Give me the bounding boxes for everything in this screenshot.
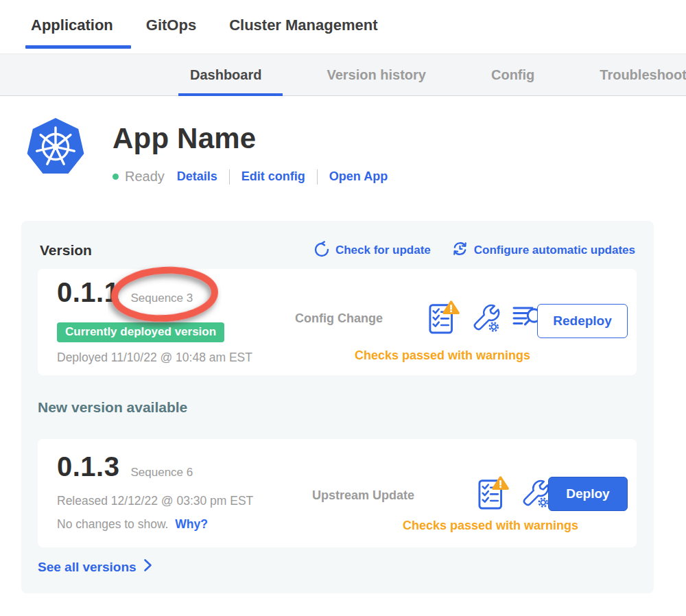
available-version-card: 0.1.3 Sequence 6 Released 12/12/22 @ 03:… bbox=[38, 439, 637, 547]
see-all-versions-label: See all versions bbox=[38, 560, 137, 575]
tab-config[interactable]: Config bbox=[480, 67, 546, 83]
released-timestamp: Released 12/12/22 @ 03:30 pm EST bbox=[57, 494, 253, 508]
preflight-checklist-warning-icon[interactable] bbox=[429, 299, 460, 337]
tab-dashboard[interactable]: Dashboard bbox=[178, 67, 273, 83]
divider bbox=[229, 169, 230, 185]
configure-automatic-updates-link[interactable]: Configure automatic updates bbox=[451, 240, 635, 261]
config-wrench-icon[interactable] bbox=[520, 476, 551, 512]
details-link[interactable]: Details bbox=[177, 169, 217, 184]
divider bbox=[317, 169, 318, 185]
why-link[interactable]: Why? bbox=[175, 517, 208, 531]
active-nav-underline bbox=[25, 45, 131, 49]
app-header: App Name Ready Details Edit config Open … bbox=[26, 117, 388, 185]
active-tab-underline bbox=[178, 93, 283, 96]
app-tab-bar: Dashboard Version history Config Trouble… bbox=[0, 54, 686, 96]
configure-automatic-updates-label: Configure automatic updates bbox=[474, 244, 635, 257]
no-changes-text: No changes to show. bbox=[57, 517, 168, 531]
edit-config-link[interactable]: Edit config bbox=[241, 169, 305, 184]
scheduled-update-icon bbox=[451, 240, 469, 261]
version-panel-title: Version bbox=[40, 242, 92, 259]
nav-item-application[interactable]: Application bbox=[31, 16, 113, 34]
check-for-update-label: Check for update bbox=[335, 244, 431, 257]
nav-item-gitops[interactable]: GitOps bbox=[146, 16, 196, 34]
open-app-link[interactable]: Open App bbox=[329, 169, 388, 184]
current-version-number: 0.1.1 bbox=[57, 277, 119, 308]
kubernetes-logo-icon bbox=[26, 117, 85, 185]
current-version-sequence: Sequence 3 bbox=[130, 292, 193, 305]
deploy-button[interactable]: Deploy bbox=[548, 477, 628, 511]
tab-version-history[interactable]: Version history bbox=[315, 67, 438, 83]
chevron-right-icon bbox=[143, 558, 152, 576]
check-for-update-link[interactable]: Check for update bbox=[314, 240, 431, 261]
preflight-status-text: Checks passed with warnings bbox=[333, 348, 552, 363]
current-version-card: 0.1.1 Sequence 3 Currently deployed vers… bbox=[38, 269, 637, 375]
preflight-status-text: Checks passed with warnings bbox=[384, 519, 597, 533]
see-all-versions-link[interactable]: See all versions bbox=[38, 558, 152, 576]
tab-troubleshoot[interactable]: Troubleshoot bbox=[588, 67, 686, 83]
status-badge: Ready bbox=[125, 169, 165, 185]
deployed-timestamp: Deployed 11/10/22 @ 10:48 am EST bbox=[57, 351, 252, 365]
config-wrench-icon[interactable] bbox=[471, 300, 501, 337]
new-version-heading: New version available bbox=[38, 399, 187, 416]
status-dot-icon bbox=[113, 174, 119, 180]
version-panel: Version Check for update bbox=[21, 221, 654, 593]
refresh-icon bbox=[314, 241, 330, 261]
version-source-type: Upstream Update bbox=[312, 488, 414, 503]
available-version-sequence: Sequence 6 bbox=[130, 466, 193, 479]
nav-item-cluster-management[interactable]: Cluster Management bbox=[229, 16, 377, 34]
primary-nav: Application GitOps Cluster Management bbox=[0, 0, 686, 54]
page-title: App Name bbox=[113, 122, 388, 155]
available-version-number: 0.1.3 bbox=[57, 451, 119, 482]
redeploy-button[interactable]: Redeploy bbox=[537, 304, 628, 338]
currently-deployed-badge: Currently deployed version bbox=[57, 322, 224, 342]
preflight-checklist-warning-icon[interactable] bbox=[478, 475, 510, 513]
version-source-type: Config Change bbox=[295, 311, 383, 326]
